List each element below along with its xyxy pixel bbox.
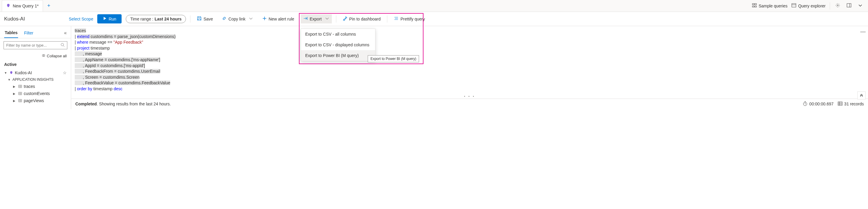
time-range-selector[interactable]: Time range : Last 24 hours [126,15,186,23]
status-duration: 00:00:00.697 [803,101,834,107]
chevron-right-icon: ▶ [13,85,17,88]
tree-group[interactable]: ▼ APPLICATION INSIGHTS [2,76,68,83]
status-records: 31 records [838,101,864,107]
tree-item-pageviews[interactable]: ▶ pageViews [2,97,68,104]
query-tab-active[interactable]: New Query 1* [2,0,43,11]
export-csv-displayed[interactable]: Export to CSV - displayed columns [301,39,375,50]
query-editor[interactable]: traces | extend customdims = parse_json(… [71,26,868,94]
chevrons-up-icon [859,93,864,98]
svg-rect-2 [752,6,754,7]
collapse-all-button[interactable]: Collapse all [0,52,71,60]
table-icon [18,92,23,95]
sidebar: Tables Filter « Collapse all Active ▼ [0,26,71,109]
editor-column: — traces | extend customdims = parse_jso… [71,26,868,109]
svg-point-7 [61,43,64,46]
status-message: . Showing results from the last 24 hours… [97,101,171,106]
prettify-icon [394,16,399,22]
pin-dashboard-button[interactable]: Pin to dashboard [340,14,383,24]
tree: ▼ Kudos-AI ☆ ▼ APPLICATION INSIGHTS ▶ [0,69,71,104]
run-button[interactable]: Run [97,14,122,24]
app-root: New Query 1* + Sample queries Query expl… [0,0,868,109]
chevron-down-icon [325,16,330,22]
tab-label: New Query 1* [13,4,38,8]
export-dropdown: Export to CSV - all columns Export to CS… [301,29,375,61]
svg-rect-12 [838,102,842,106]
separator [830,2,830,9]
separator [336,16,336,23]
chevron-down-icon [249,16,253,22]
explorer-icon [792,3,796,9]
table-icon [18,85,23,88]
tree-item-traces[interactable]: ▶ traces [2,83,68,90]
table-icon [18,99,23,102]
minimize-editor-button[interactable]: — [860,29,866,35]
drag-handle[interactable]: • • • [71,94,868,98]
link-icon [222,16,226,22]
search-icon [61,43,65,48]
tree-root[interactable]: ▼ Kudos-AI ☆ [2,69,68,76]
panel-toggle-button[interactable] [845,2,852,10]
tabbar: New Query 1* + Sample queries Query expl… [0,0,868,12]
chevron-down-icon: ▼ [8,78,11,81]
settings-button[interactable] [834,2,841,10]
scroll-top-button[interactable] [857,91,866,99]
star-icon[interactable]: ☆ [63,70,67,75]
copy-link-button[interactable]: Copy link [219,14,256,24]
search-box[interactable] [4,41,67,49]
tabbar-actions: Sample queries Query explorer [752,2,868,10]
tab-filter[interactable]: Filter [24,28,34,38]
status-completed: Completed [75,101,97,106]
query-explorer-button[interactable]: Query explorer [792,3,826,9]
tab-tables[interactable]: Tables [4,28,18,38]
svg-rect-0 [752,4,754,5]
save-icon [197,16,202,22]
panel-icon [847,3,851,9]
sample-queries-button[interactable]: Sample queries [752,3,787,9]
plus-icon [262,16,267,22]
sidebar-tabs: Tables Filter « [0,28,71,38]
bulb-icon [9,71,13,74]
export-tooltip: Export to Power BI (M query) [368,55,419,62]
svg-rect-4 [792,4,796,7]
new-alert-rule-button[interactable]: New alert rule [260,14,297,24]
status-bar: Completed . Showing results from the las… [71,98,868,109]
stopwatch-icon [803,101,807,107]
chevron-down-icon [858,3,863,9]
svg-rect-6 [847,4,851,7]
pin-icon [343,16,347,22]
new-tab-button[interactable]: + [43,3,55,9]
save-button[interactable]: Save [194,14,215,24]
body-area: Tables Filter « Collapse all Active ▼ [0,26,868,109]
chevron-down-icon: ▼ [4,71,8,74]
active-section-label: Active [0,60,71,69]
svg-point-5 [837,5,838,6]
svg-rect-1 [755,4,756,5]
export-powerbi[interactable]: Export to Power BI (M query) [301,50,375,61]
export-icon [303,16,308,22]
prettify-query-button[interactable]: Prettify query [392,14,427,24]
more-button[interactable] [857,2,864,10]
chevron-right-icon: ▶ [13,92,17,95]
export-button[interactable]: Export [301,14,332,24]
select-scope-link[interactable]: Select Scope [69,17,93,21]
gear-icon [835,3,840,9]
toolbar: Kudos-AI Select Scope Run Time range : L… [0,12,868,26]
export-csv-all[interactable]: Export to CSV - all columns [301,29,375,39]
collapse-sidebar-button[interactable]: « [64,30,67,36]
queries-icon [752,3,757,9]
search-input[interactable] [6,43,61,48]
collapse-icon [41,54,46,58]
svg-rect-3 [755,6,756,7]
tree-item-customevents[interactable]: ▶ customEvents [2,90,68,97]
table-icon [838,101,842,107]
chevron-right-icon: ▶ [13,99,17,102]
scope-name: Kudos-AI [4,16,25,22]
play-icon [103,16,107,21]
separator [190,16,190,23]
bulb-icon [6,4,10,9]
